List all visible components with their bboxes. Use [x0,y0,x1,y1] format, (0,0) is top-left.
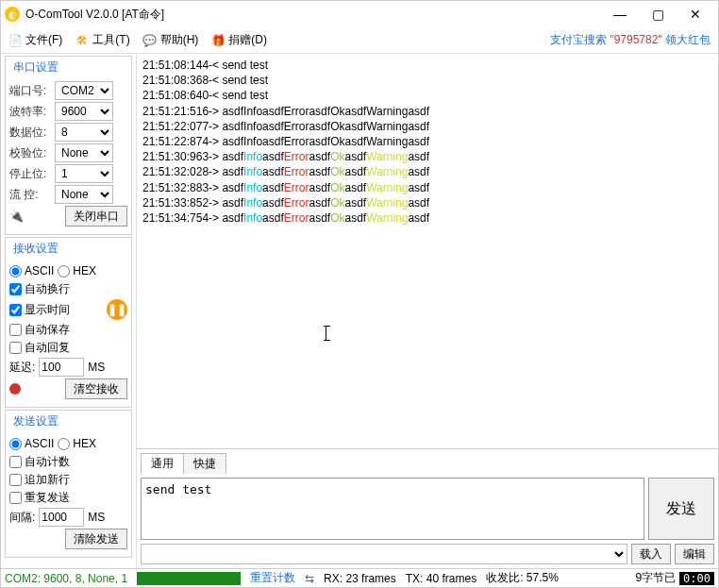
reset-count-link[interactable]: 重置计数 [250,570,295,586]
close-button[interactable]: ✕ [677,1,714,27]
interval-input[interactable] [39,508,84,527]
log-view[interactable]: 21:51:08:144-< send test21:51:08:368-< s… [137,54,718,449]
tab-quick[interactable]: 快捷 [183,453,226,474]
maximize-button[interactable]: ▢ [639,1,677,27]
recv-ascii-radio[interactable]: ASCII [9,264,54,277]
databits-select[interactable]: 8 [55,123,113,142]
text-cursor-icon [326,326,326,341]
titlebar: ◐ O-ComTool V2.0.0 [AT命令] — ▢ ✕ [1,1,718,27]
send-hex-radio[interactable]: HEX [58,437,96,450]
help-icon: 💬 [143,34,157,47]
sidebar: 串口设置 端口号:COM2 波特率:9600 数据位:8 校验位:None 停止… [1,54,137,568]
send-ascii-radio[interactable]: ASCII [9,437,54,450]
pause-button[interactable]: ❚❚ [107,299,127,320]
stopbits-select[interactable]: 1 [55,164,113,183]
send-tabs: 通用 快捷 [141,453,714,474]
load-button[interactable]: 载入 [631,544,671,564]
bytes-status: 9字节已 [635,570,676,586]
recv-hex-radio[interactable]: HEX [58,264,96,277]
sync-icon: ⇆ [305,572,314,585]
clock: 0:00 [679,572,714,585]
app-logo-icon: ◐ [5,7,20,22]
menu-donate[interactable]: 🎁捐赠(D) [211,32,267,48]
clear-recv-button[interactable]: 清空接收 [65,378,127,399]
auto-save-check[interactable]: 自动保存 [9,322,127,338]
delay-input[interactable] [39,358,84,377]
progress-bar [137,572,241,585]
flow-select[interactable]: None [55,185,113,204]
tx-count: TX: 40 frames [406,572,477,585]
clear-send-button[interactable]: 清除发送 [65,529,127,549]
port-settings-title: 串口设置 [11,59,60,76]
minimize-button[interactable]: — [601,1,639,27]
ratio: 收发比: 57.5% [486,570,559,586]
auto-count-check[interactable]: 自动计数 [9,454,127,470]
send-settings-group: 发送设置 ASCII HEX 自动计数 追加新行 重复发送 间隔:MS 清除发送 [5,410,132,558]
tools-icon: 🛠 [75,34,89,47]
file-icon: 📄 [8,34,22,47]
repeat-send-check[interactable]: 重复发送 [9,490,127,506]
history-select[interactable] [141,544,627,564]
append-newline-check[interactable]: 追加新行 [9,472,127,488]
send-settings-title: 发送设置 [11,413,60,429]
plug-icon: 🔌 [9,210,23,223]
donate-icon: 🎁 [211,34,225,47]
port-settings-group: 串口设置 端口号:COM2 波特率:9600 数据位:8 校验位:None 停止… [5,56,132,235]
recv-settings-title: 接收设置 [11,241,60,257]
window-title: O-ComTool V2.0.0 [AT命令] [25,7,601,23]
auto-wrap-check[interactable]: 自动换行 [9,281,127,297]
rx-count: RX: 23 frames [324,572,396,585]
recv-settings-group: 接收设置 ASCII HEX 自动换行 显示时间 ❚❚ 自动保存 自动回复 延迟… [5,237,132,408]
menu-file[interactable]: 📄文件(F) [8,32,62,48]
baud-select[interactable]: 9600 [55,102,113,121]
port-select[interactable]: COM2 [55,81,113,100]
menu-help[interactable]: 💬帮助(H) [143,32,199,48]
statusbar: COM2: 9600, 8, None, 1 重置计数 ⇆ RX: 23 fra… [1,568,718,587]
menu-tools[interactable]: 🛠工具(T) [75,32,129,48]
parity-select[interactable]: None [55,143,113,162]
ad-link[interactable]: 支付宝搜索 "9795782" 领大红包 [550,32,711,48]
connection-status: COM2: 9600, 8, None, 1 [5,572,127,585]
close-port-button[interactable]: 关闭串口 [65,206,127,227]
edit-button[interactable]: 编辑 [675,544,714,564]
send-button[interactable]: 发送 [648,478,714,540]
auto-reply-check[interactable]: 自动回复 [9,340,127,356]
tab-general[interactable]: 通用 [141,453,184,474]
show-time-check[interactable]: 显示时间 [9,302,70,318]
record-icon [9,383,21,395]
send-textarea[interactable] [141,478,644,540]
menubar: 📄文件(F) 🛠工具(T) 💬帮助(H) 🎁捐赠(D) 支付宝搜索 "97957… [1,27,718,54]
